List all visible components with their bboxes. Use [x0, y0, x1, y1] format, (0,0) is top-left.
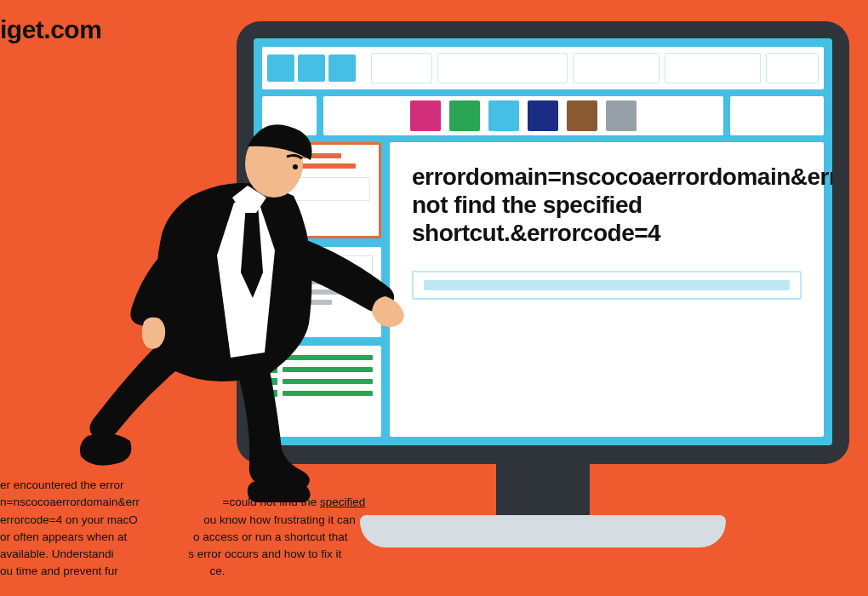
- text: ce.: [209, 564, 225, 577]
- toolbar-slot: [573, 53, 660, 83]
- slide-canvas: errordomain=nscocoaerrordomain&errormess…: [390, 142, 824, 437]
- text: o access or run a shortcut that: [193, 530, 348, 543]
- swatch: [606, 100, 637, 131]
- toolbar-slot: [665, 53, 760, 83]
- ribbon-group: [730, 96, 824, 135]
- monitor-neck: [496, 464, 590, 515]
- text: ou time and prevent fur: [0, 564, 118, 577]
- toolbar-slot: [437, 53, 568, 83]
- window-controls: [267, 54, 356, 82]
- toolbar-slot: [766, 53, 819, 83]
- toolbar-slot: [371, 53, 432, 83]
- text: ou know how frustrating it can: [203, 513, 356, 526]
- swatch: [488, 100, 519, 131]
- content-placeholder: [412, 271, 802, 300]
- svg-point-1: [248, 161, 261, 180]
- site-logo: iget.com: [0, 15, 101, 44]
- app-titlebar: [262, 47, 824, 89]
- running-man-illustration: [64, 102, 421, 502]
- swatch: [528, 100, 558, 131]
- swatch: [449, 100, 480, 131]
- text: or often appears when at: [0, 530, 127, 543]
- text: s error occurs and how to fix it: [188, 547, 341, 560]
- text: available. Understandi: [0, 547, 114, 560]
- slide-title: errordomain=nscocoaerrordomain&errormess…: [412, 163, 802, 247]
- text: errorcode=4 on your macO: [0, 513, 138, 526]
- swatch: [567, 100, 597, 131]
- svg-point-2: [293, 164, 298, 169]
